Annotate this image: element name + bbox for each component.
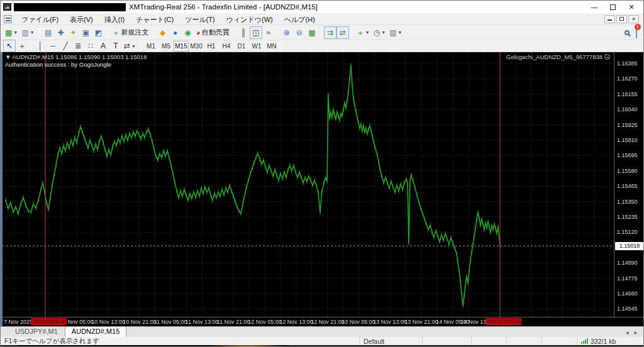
timeframe-mn-button[interactable]: MN <box>264 41 279 52</box>
terminal-icon: ▣ <box>82 29 89 36</box>
menu-item-window[interactable]: ウィンドウ(W) <box>221 14 279 25</box>
menu-item-chart[interactable]: チャート(C) <box>130 14 179 25</box>
time-axis[interactable]: 7 Nov 202510 Nov 05:0010 Nov 13:0010 Nov… <box>3 317 644 326</box>
chart-tab-usdjpy-m1[interactable]: USDJPY#,M1 <box>8 326 65 337</box>
notifications-button[interactable]: 1 <box>636 27 637 38</box>
status-profile[interactable]: Default <box>359 337 422 345</box>
maximize-icon[interactable] <box>610 4 616 10</box>
line-chart-mode-button[interactable]: ≈ <box>262 26 275 39</box>
zoom-in-button[interactable]: ⊕ <box>280 26 293 39</box>
data-window-icon: ✚ <box>58 29 64 36</box>
tab-scroll-right-icon[interactable]: ► <box>633 330 638 336</box>
timeframe-w1-button[interactable]: W1 <box>249 41 264 52</box>
trendline-tool-button[interactable]: ╱ <box>59 40 72 52</box>
profiles-button[interactable]: ▥▼ <box>19 26 36 39</box>
mdi-restore-icon[interactable] <box>616 15 627 23</box>
crosshair-tool-button[interactable]: ＋ <box>16 40 28 52</box>
mdi-window-controls: ✕ <box>604 15 641 23</box>
chevron-down-icon[interactable]: ▼ <box>131 44 136 48</box>
chart-shift-button[interactable]: ⇄ <box>336 26 349 39</box>
community-button[interactable]: ● <box>169 26 182 39</box>
timeframe-m1-button[interactable]: M1 <box>143 41 158 52</box>
chevron-down-icon[interactable]: ▼ <box>13 30 18 35</box>
label-tool-button[interactable]: T <box>109 40 122 52</box>
new-chart-button[interactable]: ▦▼ <box>3 26 19 39</box>
candlestick-mode-button[interactable]: ◫ <box>250 26 262 39</box>
shapes-dropdown-button[interactable]: ⇄▼ <box>122 40 138 52</box>
vertical-line-tool-button[interactable]: │ <box>34 40 47 52</box>
templates-icon: ▨ <box>389 29 396 36</box>
cycle-lines-tool-button[interactable]: ∷ <box>84 40 97 52</box>
mt4-window: XMTrading-Real 256 - Tradexfin Limited -… <box>0 0 644 347</box>
bar-chart-mode-button[interactable]: ║ <box>237 26 250 39</box>
text-tool-button[interactable]: A <box>97 40 109 52</box>
ea-auth-message: Authentication success : by GogoJungle <box>5 61 111 68</box>
chart-plot-area[interactable]: ▼ AUDNZD#,M15 1.15086 1.15090 1.15003 1.… <box>3 52 614 317</box>
ea-status-icon[interactable] <box>604 54 610 60</box>
data-window-button[interactable]: ✚ <box>55 26 67 39</box>
price-tick-label: 1.14775 <box>617 275 638 282</box>
metaeditor-button[interactable]: ◆ <box>157 26 169 39</box>
metaeditor-icon: ◆ <box>160 29 165 36</box>
timeframe-d1-button[interactable]: D1 <box>234 41 249 52</box>
new-order-button[interactable]: ＋新規注文 <box>111 26 151 39</box>
navigator-button[interactable]: ✦ <box>67 26 80 39</box>
status-connection: 332/1 kb <box>577 337 643 345</box>
timeframe-h1-button[interactable]: H1 <box>204 41 219 52</box>
new-chart-icon: ▦ <box>5 29 12 36</box>
menu-item-file[interactable]: ファイル(F) <box>16 14 64 25</box>
terminal-button[interactable]: ▣ <box>80 26 92 39</box>
mdi-minimize-icon[interactable] <box>604 15 615 23</box>
minimize-icon[interactable]: — <box>590 3 599 11</box>
menu-item-tools[interactable]: ツール(T) <box>179 14 221 25</box>
chart-tab-audnzd-m15[interactable]: AUDNZD#,M15 <box>65 326 126 337</box>
tab-scroll-left-icon[interactable]: ◄ <box>625 330 630 336</box>
close-icon[interactable]: ✕ <box>627 3 636 11</box>
fibonacci-tool-button[interactable]: ≣ <box>72 40 84 52</box>
price-tick-label: 1.15695 <box>617 152 638 158</box>
menu-item-insert[interactable]: 挿入(I) <box>99 14 130 25</box>
menu-item-view[interactable]: 表示(V) <box>64 14 99 25</box>
auto-scroll-button[interactable]: ⇉ <box>324 26 336 39</box>
timeframe-m5-button[interactable]: M5 <box>158 41 174 52</box>
templates-button[interactable]: ▨▼ <box>387 26 404 39</box>
market-watch-button[interactable]: ▤ <box>42 26 55 39</box>
search-icon[interactable] <box>625 30 630 35</box>
price-tick-label: 1.15120 <box>617 229 638 235</box>
market-watch-icon: ▤ <box>45 29 52 36</box>
indicators-icon: ＋ <box>357 29 364 36</box>
menu-item-help[interactable]: ヘルプ(H) <box>279 14 321 25</box>
chevron-down-icon[interactable]: ▼ <box>398 30 402 35</box>
periods-button[interactable]: ◷▼ <box>372 26 387 39</box>
horizontal-line-tool-button[interactable]: ─ <box>47 40 59 52</box>
vertical-line-tool-icon: │ <box>38 42 43 50</box>
timeframe-m30-button[interactable]: M30 <box>189 41 204 52</box>
timeframe-h4-button[interactable]: H4 <box>219 41 234 52</box>
timeframe-m15-button[interactable]: M15 <box>174 41 189 52</box>
new-order-label: 新規注文 <box>121 28 149 37</box>
status-cell-empty <box>471 337 506 345</box>
chevron-down-icon[interactable]: ▼ <box>365 30 370 35</box>
price-axis[interactable]: 1.163851.162701.161551.160401.159251.158… <box>614 52 644 317</box>
price-tick-label: 1.14660 <box>617 290 638 297</box>
indicators-button[interactable]: ＋▼ <box>355 26 372 39</box>
label-tool-icon: T <box>113 42 118 50</box>
strategy-tester-button[interactable]: ◩ <box>92 26 105 39</box>
chevron-down-icon[interactable]: ▼ <box>30 30 35 35</box>
pointer-tool-button[interactable]: ↖ <box>3 40 16 52</box>
price-tick-label: 1.16385 <box>617 60 638 67</box>
text-tool-icon: A <box>101 42 106 50</box>
zoom-out-button[interactable]: ⊖ <box>293 26 306 39</box>
horizontal-line-tool-icon: ─ <box>50 42 56 50</box>
status-bar: F1キーでヘルプが表示されます Default 332/1 kb <box>1 337 643 345</box>
mdi-close-icon[interactable]: ✕ <box>628 15 639 23</box>
tile-windows-button[interactable]: ▦ <box>306 26 318 39</box>
auto-trading-button[interactable]: ◕自動売買 <box>194 26 231 39</box>
time-tick-label: 11 Nov 05:00 <box>154 319 187 325</box>
community-icon: ● <box>173 29 177 36</box>
price-chart-canvas <box>3 52 614 317</box>
chevron-down-icon[interactable]: ▼ <box>381 30 386 35</box>
shapes-dropdown-icon: ⇄ <box>124 42 130 50</box>
signals-button[interactable]: ◉ <box>182 26 194 39</box>
price-tick-label: 1.16040 <box>617 106 638 113</box>
